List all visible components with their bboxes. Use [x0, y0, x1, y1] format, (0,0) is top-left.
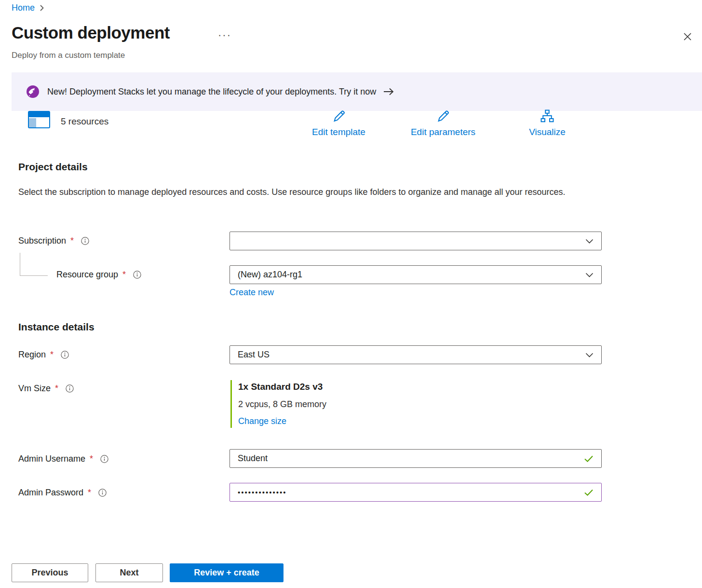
- valid-checkmark-icon: [584, 455, 594, 463]
- pencil-icon: [331, 109, 347, 125]
- next-button[interactable]: Next: [95, 563, 163, 582]
- review-create-button[interactable]: Review + create: [170, 563, 284, 582]
- admin-username-label: Admin Username*: [18, 454, 108, 464]
- admin-username-input[interactable]: Student: [230, 449, 602, 468]
- info-icon[interactable]: [81, 237, 89, 245]
- region-select[interactable]: East US: [230, 345, 602, 364]
- org-chart-icon: [540, 109, 555, 125]
- region-label: Region*: [18, 350, 69, 360]
- template-icon: [28, 111, 50, 130]
- previous-button[interactable]: Previous: [12, 563, 88, 582]
- create-new-link[interactable]: Create new: [230, 287, 274, 298]
- chevron-down-icon: [585, 239, 594, 244]
- info-icon[interactable]: [66, 384, 74, 393]
- chevron-right-icon: [39, 4, 44, 12]
- resource-group-label-text: Resource group: [56, 270, 118, 280]
- pencil-icon: [435, 109, 451, 125]
- subscription-select[interactable]: [230, 232, 602, 250]
- vm-size-label: Vm Size*: [18, 383, 74, 394]
- chevron-down-icon: [585, 273, 594, 277]
- page-title: Custom deployment: [12, 23, 170, 42]
- required-marker: *: [50, 350, 54, 360]
- required-marker: *: [55, 383, 58, 394]
- edit-parameters-button[interactable]: Edit parameters: [402, 109, 485, 137]
- info-icon[interactable]: [100, 455, 108, 463]
- close-icon[interactable]: [680, 29, 695, 44]
- admin-username-value: Student: [238, 453, 268, 464]
- region-label-text: Region: [18, 350, 46, 360]
- chevron-down-icon: [585, 353, 594, 357]
- required-marker: *: [90, 454, 93, 464]
- resource-group-label: Resource group*: [56, 270, 141, 280]
- project-details-description: Select the subscription to manage deploy…: [18, 185, 575, 200]
- change-size-link[interactable]: Change size: [238, 416, 286, 426]
- valid-checkmark-icon: [584, 489, 594, 496]
- resource-group-value: (New) az104-rg1: [238, 270, 302, 280]
- required-marker: *: [88, 488, 91, 498]
- announcement-banner: New! Deployment Stacks let you manage th…: [12, 72, 702, 111]
- region-value: East US: [238, 350, 270, 360]
- arrow-right-icon[interactable]: [383, 87, 394, 96]
- rocket-icon: [26, 85, 40, 98]
- required-marker: *: [70, 236, 74, 246]
- edit-parameters-label: Edit parameters: [411, 127, 475, 137]
- info-icon[interactable]: [98, 489, 107, 497]
- vm-size-summary: 1x Standard D2s v3 2 vcpus, 8 GB memory …: [230, 380, 326, 428]
- admin-password-value: ••••••••••••••: [238, 488, 287, 496]
- banner-text[interactable]: New! Deployment Stacks let you manage th…: [47, 87, 376, 97]
- edit-template-label: Edit template: [312, 127, 365, 137]
- visualize-button[interactable]: Visualize: [523, 109, 572, 137]
- admin-password-label: Admin Password*: [18, 488, 107, 498]
- admin-username-label-text: Admin Username: [18, 454, 85, 464]
- subscription-label: Subscription*: [18, 236, 89, 246]
- breadcrumb-home-link[interactable]: Home: [12, 3, 35, 13]
- admin-password-input[interactable]: ••••••••••••••: [230, 483, 602, 502]
- page-subtitle: Deploy from a custom template: [12, 51, 125, 60]
- template-resources-count: 5 resources: [61, 116, 108, 127]
- info-icon[interactable]: [61, 351, 69, 359]
- instance-details-heading: Instance details: [18, 321, 94, 333]
- project-details-heading: Project details: [18, 161, 88, 173]
- edit-template-button[interactable]: Edit template: [304, 109, 374, 137]
- vm-size-specs: 2 vcpus, 8 GB memory: [238, 399, 326, 410]
- vm-size-title: 1x Standard D2s v3: [238, 382, 326, 392]
- admin-password-label-text: Admin Password: [18, 488, 83, 498]
- subscription-label-text: Subscription: [18, 236, 66, 246]
- required-marker: *: [122, 270, 126, 280]
- more-options-button[interactable]: ···: [218, 29, 231, 41]
- indent-connector-line: [20, 253, 48, 276]
- vm-size-label-text: Vm Size: [18, 383, 51, 394]
- resource-group-select[interactable]: (New) az104-rg1: [230, 265, 602, 284]
- info-icon[interactable]: [133, 271, 141, 279]
- breadcrumb: Home: [12, 3, 44, 13]
- visualize-label: Visualize: [529, 127, 566, 137]
